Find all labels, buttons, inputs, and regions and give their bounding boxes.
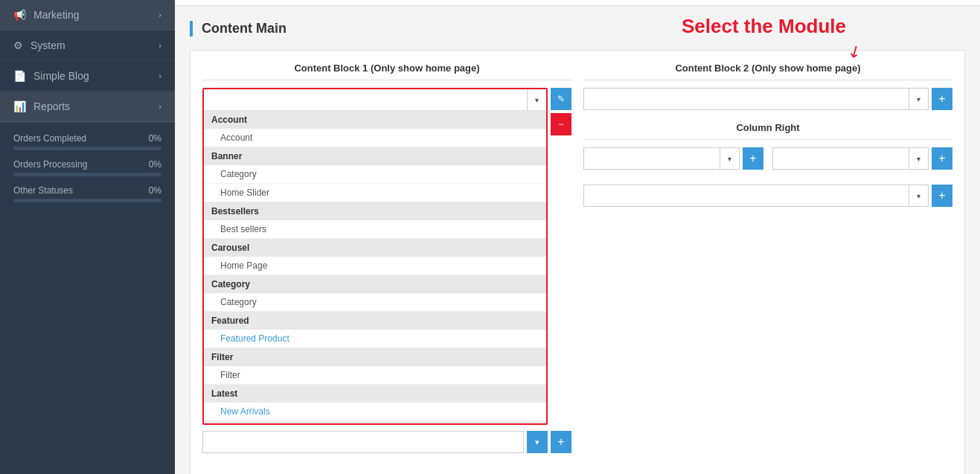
blog-icon: 📄 xyxy=(13,70,26,82)
stat-bar-bg-completed xyxy=(13,147,161,150)
dropdown-row-2: ▾ + xyxy=(202,431,571,453)
dropdown-list-item[interactable]: Home Slider xyxy=(204,184,546,202)
sidebar-item-blog[interactable]: 📄 Simple Blog › xyxy=(0,61,175,92)
dropdown-group-header: Category xyxy=(204,275,546,293)
block1-section: Content Block 1 (Only show home page) ▾ … xyxy=(202,63,571,459)
stat-bar-bg-processing xyxy=(13,173,161,176)
dropdown-group-header: Banner xyxy=(204,147,546,165)
sidebar-stats: Orders Completed 0% Orders Processing 0%… xyxy=(0,122,175,222)
dropdown-list-item[interactable]: Home Page xyxy=(204,257,546,275)
sidebar: 📢 Marketing › ⚙ System › 📄 Simple Blog ›… xyxy=(0,0,175,474)
dropdown-group-header: Filter xyxy=(204,348,546,366)
dropdown-group-header: Theme Simple Blog Category xyxy=(204,421,546,423)
dropdown-list-item[interactable]: Filter xyxy=(204,366,546,385)
dropdown-module-open[interactable]: ▾ AccountAccountBannerCategoryHome Slide… xyxy=(202,88,548,425)
sidebar-item-system-label: System xyxy=(31,39,65,51)
add-button-col-right-3[interactable]: + xyxy=(932,185,952,207)
minus-icon: − xyxy=(558,119,563,129)
dropdown-list-item[interactable]: Best sellers xyxy=(204,220,546,239)
chevron-icon-blog: › xyxy=(158,71,161,80)
footer-block2-section: Footer Block 2 ▾ + xyxy=(583,471,952,474)
dropdown-list-item[interactable]: Featured Product xyxy=(204,330,546,348)
dropdown-arrow-2[interactable]: ▾ xyxy=(527,431,548,453)
block2-section: Content Block 2 (Only show home page) ▾ … xyxy=(583,63,952,459)
col-right-section: Column Right ▾ + ▾ + xyxy=(583,122,952,207)
stat-percent-processing: 0% xyxy=(149,159,161,170)
dropdown-input-row: ▾ xyxy=(204,89,546,111)
block2-title: Content Block 2 (Only show home page) xyxy=(583,63,952,80)
chevron-icon-system: › xyxy=(158,41,161,50)
dropdown-open-arrow-button[interactable]: ▾ xyxy=(527,89,546,110)
chevron-icon-reports: › xyxy=(158,102,161,111)
stat-orders-processing: Orders Processing 0% xyxy=(13,159,161,176)
block2-dropdown-row: ▾ + xyxy=(583,88,952,110)
footer-block-spacer xyxy=(202,471,571,474)
add-button-col-right-1[interactable]: + xyxy=(743,147,763,170)
dropdown-group-header: Account xyxy=(204,111,546,129)
stat-label-other: Other Statuses xyxy=(13,185,73,196)
section-title: Content Main xyxy=(190,21,286,36)
chevron-icon: › xyxy=(158,10,161,19)
dropdown-list-item[interactable]: Category xyxy=(204,293,546,312)
col-right-title: Column Right xyxy=(583,122,952,140)
col-right-row2: ▾ + xyxy=(583,185,952,207)
dropdown-search-input[interactable] xyxy=(204,89,527,110)
sidebar-item-marketing[interactable]: 📢 Marketing › xyxy=(0,0,175,31)
dropdown-list[interactable]: AccountAccountBannerCategoryHome SliderB… xyxy=(204,111,546,423)
block1-title: Content Block 1 (Only show home page) xyxy=(202,63,571,80)
dropdown-list-item[interactable]: New Arrivals xyxy=(204,403,546,421)
content-section: Content Main Select the Module ↙ Content… xyxy=(175,6,980,474)
dropdown-group-header: Latest xyxy=(204,385,546,403)
dropdown-group-header: Bestsellers xyxy=(204,202,546,220)
sidebar-item-system[interactable]: ⚙ System › xyxy=(0,31,175,61)
stat-orders-completed: Orders Completed 0% xyxy=(13,133,161,150)
stat-label-processing: Orders Processing xyxy=(13,159,87,170)
marketing-icon: 📢 xyxy=(13,9,26,21)
stat-percent-completed: 0% xyxy=(149,133,161,144)
dropdown-group-header: Carousel xyxy=(204,239,546,257)
footer-blocks: Footer Block 2 ▾ + xyxy=(202,471,952,474)
dropdown-list-item[interactable]: Category xyxy=(204,165,546,184)
add-button-2[interactable]: + xyxy=(551,431,571,453)
stat-bar-bg-other xyxy=(13,199,161,202)
pencil-icon: ✎ xyxy=(557,94,565,104)
edit-button-1[interactable]: ✎ xyxy=(551,88,571,110)
blocks-grid: Content Block 1 (Only show home page) ▾ … xyxy=(202,63,952,459)
sidebar-item-reports-label: Reports xyxy=(33,100,70,112)
stat-other-statuses: Other Statuses 0% xyxy=(13,185,161,202)
main-content: Content Main Select the Module ↙ Content… xyxy=(175,0,980,474)
add-button-col-right-2[interactable]: + xyxy=(932,147,952,170)
select-module-label: Select the Module xyxy=(682,15,846,38)
sidebar-item-blog-label: Simple Blog xyxy=(33,70,89,82)
col-right-row1: ▾ + ▾ + xyxy=(583,147,952,170)
dropdown-group-header: Featured xyxy=(204,312,546,330)
stat-percent-other: 0% xyxy=(149,185,161,196)
section-header: Content Main Select the Module ↙ xyxy=(190,21,965,36)
gear-icon: ⚙ xyxy=(13,39,23,51)
stat-label-completed: Orders Completed xyxy=(13,133,86,144)
remove-button-1[interactable]: − xyxy=(551,113,571,135)
sidebar-item-marketing-label: Marketing xyxy=(33,9,79,21)
add-button-block2[interactable]: + xyxy=(932,88,952,110)
sidebar-item-reports[interactable]: 📊 Reports › xyxy=(0,92,175,122)
dropdown-list-item[interactable]: Account xyxy=(204,129,546,147)
blocks-container: Content Block 1 (Only show home page) ▾ … xyxy=(190,50,965,474)
chart-icon: 📊 xyxy=(13,100,26,112)
